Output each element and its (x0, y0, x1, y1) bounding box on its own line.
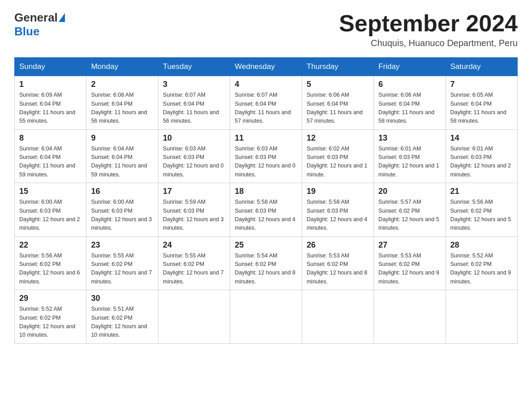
day-number: 6 (378, 80, 441, 89)
sunset-label: Sunset: 6:02 PM (19, 261, 60, 267)
sunrise-label: Sunrise: 5:55 AM (91, 253, 133, 259)
location-subtitle: Chuquis, Huanuco Department, Peru (339, 38, 518, 48)
day-info: Sunrise: 5:51 AM Sunset: 6:02 PM Dayligh… (91, 305, 153, 340)
calendar-cell: 3 Sunrise: 6:07 AM Sunset: 6:04 PM Dayli… (158, 76, 230, 130)
sunset-label: Sunset: 6:04 PM (378, 101, 420, 107)
sunset-label: Sunset: 6:03 PM (307, 154, 348, 160)
column-header-thursday: Thursday (302, 58, 373, 76)
day-number: 27 (378, 240, 441, 250)
sunrise-label: Sunrise: 5:59 AM (163, 199, 206, 205)
sunset-label: Sunset: 6:02 PM (91, 315, 132, 321)
daylight-label: Daylight: 11 hours and 57 minutes. (235, 109, 291, 124)
day-number: 24 (163, 240, 225, 250)
calendar-week-row: 1 Sunrise: 6:09 AM Sunset: 6:04 PM Dayli… (15, 76, 518, 130)
sunset-label: Sunset: 6:02 PM (450, 261, 492, 267)
sunrise-label: Sunrise: 5:52 AM (19, 306, 62, 312)
sunrise-label: Sunrise: 5:52 AM (450, 253, 493, 259)
sunset-label: Sunset: 6:04 PM (19, 154, 60, 160)
day-number: 17 (163, 187, 225, 196)
sunrise-label: Sunrise: 6:06 AM (307, 92, 349, 98)
day-info: Sunrise: 6:03 AM Sunset: 6:03 PM Dayligh… (235, 145, 297, 180)
day-info: Sunrise: 5:59 AM Sunset: 6:03 PM Dayligh… (163, 198, 225, 233)
sunset-label: Sunset: 6:04 PM (450, 101, 492, 107)
sunrise-label: Sunrise: 5:56 AM (450, 199, 493, 205)
column-header-sunday: Sunday (15, 58, 86, 76)
calendar-week-row: 15 Sunrise: 6:00 AM Sunset: 6:03 PM Dayl… (15, 183, 518, 237)
sunset-label: Sunset: 6:02 PM (450, 208, 492, 214)
day-number: 14 (450, 133, 513, 143)
daylight-label: Daylight: 11 hours and 59 minutes. (19, 163, 75, 177)
day-info: Sunrise: 6:05 AM Sunset: 6:04 PM Dayligh… (450, 91, 513, 126)
daylight-label: Daylight: 12 hours and 3 minutes. (91, 216, 152, 231)
sunset-label: Sunset: 6:03 PM (19, 208, 60, 214)
day-info: Sunrise: 6:07 AM Sunset: 6:04 PM Dayligh… (235, 91, 297, 126)
sunset-label: Sunset: 6:02 PM (378, 261, 420, 267)
column-header-friday: Friday (374, 58, 446, 76)
daylight-label: Daylight: 12 hours and 5 minutes. (378, 216, 439, 231)
calendar-cell: 19 Sunrise: 5:58 AM Sunset: 6:03 PM Dayl… (302, 183, 373, 237)
day-info: Sunrise: 6:01 AM Sunset: 6:03 PM Dayligh… (378, 145, 441, 180)
calendar-cell: 5 Sunrise: 6:06 AM Sunset: 6:04 PM Dayli… (302, 76, 373, 130)
sunset-label: Sunset: 6:02 PM (19, 315, 60, 321)
day-number: 9 (91, 133, 153, 143)
calendar-cell: 23 Sunrise: 5:55 AM Sunset: 6:02 PM Dayl… (86, 236, 158, 290)
sunrise-label: Sunrise: 5:54 AM (235, 253, 277, 259)
sunrise-label: Sunrise: 6:06 AM (378, 92, 421, 98)
sunrise-label: Sunrise: 6:04 AM (19, 146, 62, 152)
daylight-label: Daylight: 11 hours and 58 minutes. (450, 109, 506, 124)
day-info: Sunrise: 5:58 AM Sunset: 6:03 PM Dayligh… (235, 198, 297, 233)
sunset-label: Sunset: 6:03 PM (163, 154, 204, 160)
day-number: 4 (235, 80, 297, 89)
logo-blue-text: Blue (14, 25, 65, 39)
daylight-label: Daylight: 12 hours and 7 minutes. (163, 270, 224, 284)
daylight-label: Daylight: 12 hours and 8 minutes. (235, 270, 296, 284)
daylight-label: Daylight: 11 hours and 56 minutes. (163, 109, 219, 124)
day-info: Sunrise: 6:06 AM Sunset: 6:04 PM Dayligh… (378, 91, 441, 126)
sunrise-label: Sunrise: 6:02 AM (307, 146, 349, 152)
day-info: Sunrise: 6:03 AM Sunset: 6:03 PM Dayligh… (163, 145, 225, 180)
calendar-cell (374, 290, 446, 344)
calendar-week-row: 29 Sunrise: 5:52 AM Sunset: 6:02 PM Dayl… (15, 290, 518, 344)
calendar-cell: 15 Sunrise: 6:00 AM Sunset: 6:03 PM Dayl… (15, 183, 86, 237)
daylight-label: Daylight: 11 hours and 56 minutes. (91, 109, 147, 124)
calendar-cell: 26 Sunrise: 5:53 AM Sunset: 6:02 PM Dayl… (302, 236, 373, 290)
daylight-label: Daylight: 11 hours and 55 minutes. (19, 109, 75, 124)
sunset-label: Sunset: 6:03 PM (235, 154, 276, 160)
calendar-cell (230, 290, 302, 344)
daylight-label: Daylight: 12 hours and 1 minute. (378, 163, 439, 177)
day-info: Sunrise: 6:00 AM Sunset: 6:03 PM Dayligh… (19, 198, 82, 233)
sunrise-label: Sunrise: 5:58 AM (307, 199, 349, 205)
sunrise-label: Sunrise: 5:55 AM (163, 253, 206, 259)
sunrise-label: Sunrise: 6:08 AM (91, 92, 133, 98)
day-number: 21 (450, 187, 513, 196)
day-number: 16 (91, 187, 153, 196)
day-number: 1 (19, 80, 82, 89)
calendar-cell: 16 Sunrise: 6:00 AM Sunset: 6:03 PM Dayl… (86, 183, 158, 237)
daylight-label: Daylight: 12 hours and 5 minutes. (450, 216, 511, 231)
day-number: 3 (163, 80, 225, 89)
daylight-label: Daylight: 12 hours and 0 minutes. (163, 163, 224, 177)
daylight-label: Daylight: 12 hours and 7 minutes. (91, 270, 152, 284)
day-info: Sunrise: 6:01 AM Sunset: 6:03 PM Dayligh… (450, 145, 513, 180)
calendar-cell: 25 Sunrise: 5:54 AM Sunset: 6:02 PM Dayl… (230, 236, 302, 290)
day-info: Sunrise: 6:04 AM Sunset: 6:04 PM Dayligh… (91, 145, 153, 180)
day-info: Sunrise: 6:00 AM Sunset: 6:03 PM Dayligh… (91, 198, 153, 233)
day-number: 12 (307, 133, 369, 143)
day-number: 23 (91, 240, 153, 250)
calendar-cell (158, 290, 230, 344)
daylight-label: Daylight: 12 hours and 3 minutes. (163, 216, 224, 231)
calendar-cell: 24 Sunrise: 5:55 AM Sunset: 6:02 PM Dayl… (158, 236, 230, 290)
calendar-cell: 7 Sunrise: 6:05 AM Sunset: 6:04 PM Dayli… (446, 76, 517, 130)
calendar-cell: 8 Sunrise: 6:04 AM Sunset: 6:04 PM Dayli… (15, 129, 86, 183)
day-info: Sunrise: 5:52 AM Sunset: 6:02 PM Dayligh… (450, 252, 513, 287)
daylight-label: Daylight: 11 hours and 57 minutes. (307, 109, 363, 124)
calendar-cell: 11 Sunrise: 6:03 AM Sunset: 6:03 PM Dayl… (230, 129, 302, 183)
sunrise-label: Sunrise: 5:56 AM (19, 253, 62, 259)
day-info: Sunrise: 5:56 AM Sunset: 6:02 PM Dayligh… (19, 252, 82, 287)
day-info: Sunrise: 6:09 AM Sunset: 6:04 PM Dayligh… (19, 91, 82, 126)
sunrise-label: Sunrise: 6:05 AM (450, 92, 493, 98)
day-number: 11 (235, 133, 297, 143)
sunset-label: Sunset: 6:03 PM (163, 208, 204, 214)
daylight-label: Daylight: 11 hours and 59 minutes. (91, 163, 147, 177)
sunset-label: Sunset: 6:02 PM (163, 261, 204, 267)
